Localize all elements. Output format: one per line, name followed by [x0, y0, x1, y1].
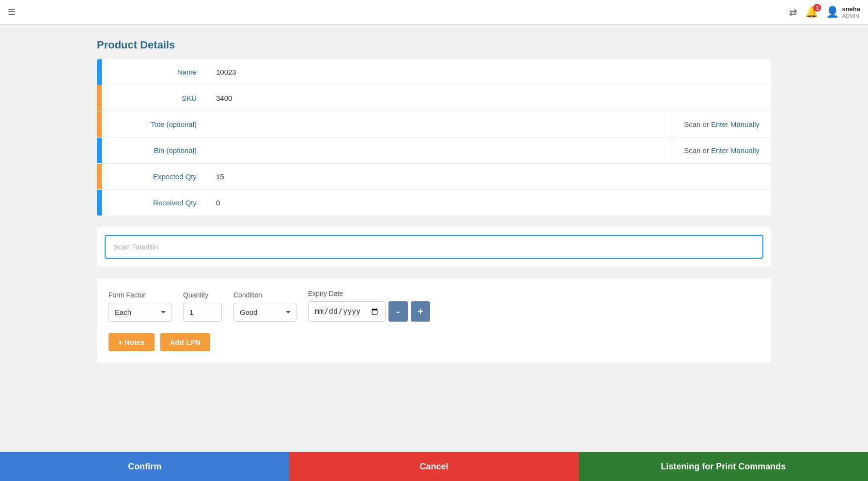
- value-expected-qty: 15: [208, 164, 771, 189]
- value-bin: [208, 138, 672, 163]
- form-factor-select[interactable]: Each Box Pallet: [108, 303, 171, 322]
- user-name: sneha: [842, 5, 860, 13]
- value-tote: [208, 111, 672, 137]
- label-tote: Tote (optional): [102, 111, 208, 137]
- detail-row-bin: Bin (optional) Scan or Enter Manually: [97, 138, 771, 164]
- quantity-group: Quantity: [183, 291, 222, 322]
- tote-enter-manually[interactable]: Enter Manually: [711, 120, 760, 128]
- action-buttons: + Notes Add LPN: [108, 333, 760, 351]
- listening-button[interactable]: Listening for Print Commands: [579, 452, 868, 481]
- value-received-qty: 0: [208, 190, 771, 216]
- scan-tote-bin-input[interactable]: [105, 235, 763, 259]
- detail-row-received-qty: Received Qty 0: [97, 190, 771, 216]
- user-role: ADMIN: [842, 13, 860, 19]
- topbar: ☰ ⇄ 🔔 1 👤 sneha ADMIN: [0, 0, 868, 24]
- detail-row-tote: Tote (optional) Scan or Enter Manually: [97, 111, 771, 138]
- label-received-qty: Received Qty: [102, 190, 208, 216]
- label-name: Name: [102, 59, 208, 85]
- form-row: Form Factor Each Box Pallet Quantity Con…: [108, 290, 760, 322]
- add-lpn-button[interactable]: Add LPN: [160, 333, 210, 351]
- bin-enter-manually[interactable]: Enter Manually: [711, 146, 760, 155]
- condition-select[interactable]: Good Damaged Expired: [233, 303, 296, 322]
- bin-scan-text: Scan or: [684, 146, 709, 155]
- main-content: Product Details Name 10023 SKU 3400 Tote…: [0, 24, 868, 481]
- quantity-input[interactable]: [183, 303, 222, 322]
- expiry-date-label: Expiry Date: [308, 290, 430, 297]
- detail-row-name: Name 10023: [97, 59, 771, 85]
- tote-scan-text: Scan or: [684, 120, 709, 128]
- label-expected-qty: Expected Qty: [102, 164, 208, 189]
- label-bin: Bin (optional): [102, 138, 208, 163]
- tote-scan-area: Scan or Enter Manually: [672, 111, 771, 137]
- value-name: 10023: [208, 59, 771, 85]
- form-factor-group: Form Factor Each Box Pallet: [108, 291, 171, 322]
- scan-container: [97, 227, 771, 266]
- topbar-left: ☰: [8, 7, 16, 17]
- condition-label: Condition: [233, 291, 296, 299]
- cancel-button[interactable]: Cancel: [289, 452, 578, 481]
- detail-row-sku: SKU 3400: [97, 85, 771, 111]
- topbar-right: ⇄ 🔔 1 👤 sneha ADMIN: [789, 5, 860, 19]
- notes-button[interactable]: + Notes: [108, 333, 155, 351]
- value-sku: 3400: [208, 85, 771, 111]
- refresh-icon[interactable]: ⇄: [789, 6, 797, 18]
- menu-icon[interactable]: ☰: [8, 7, 16, 17]
- bottom-bar: Confirm Cancel Listening for Print Comma…: [0, 452, 868, 481]
- user-details: sneha ADMIN: [842, 5, 860, 19]
- quantity-label: Quantity: [183, 291, 222, 299]
- form-factor-label: Form Factor: [108, 291, 171, 299]
- expiry-date-input[interactable]: [308, 301, 386, 322]
- avatar-icon: 👤: [826, 6, 839, 18]
- label-sku: SKU: [102, 85, 208, 111]
- expiry-date-group: Expiry Date - +: [308, 290, 430, 322]
- condition-group: Condition Good Damaged Expired: [233, 291, 296, 322]
- detail-row-expected-qty: Expected Qty 15: [97, 164, 771, 190]
- bin-scan-area: Scan or Enter Manually: [672, 138, 771, 163]
- user-info[interactable]: 👤 sneha ADMIN: [826, 5, 860, 19]
- qty-minus-button[interactable]: -: [388, 301, 408, 322]
- confirm-button[interactable]: Confirm: [0, 452, 289, 481]
- form-section: Form Factor Each Box Pallet Quantity Con…: [97, 278, 771, 363]
- product-details-table: Name 10023 SKU 3400 Tote (optional) Scan…: [97, 59, 771, 216]
- bell-wrapper[interactable]: 🔔 1: [805, 6, 818, 18]
- qty-plus-button[interactable]: +: [411, 301, 430, 322]
- bell-badge: 1: [813, 4, 821, 12]
- expiry-qty-controls: - +: [308, 301, 430, 322]
- section-title: Product Details: [97, 39, 771, 51]
